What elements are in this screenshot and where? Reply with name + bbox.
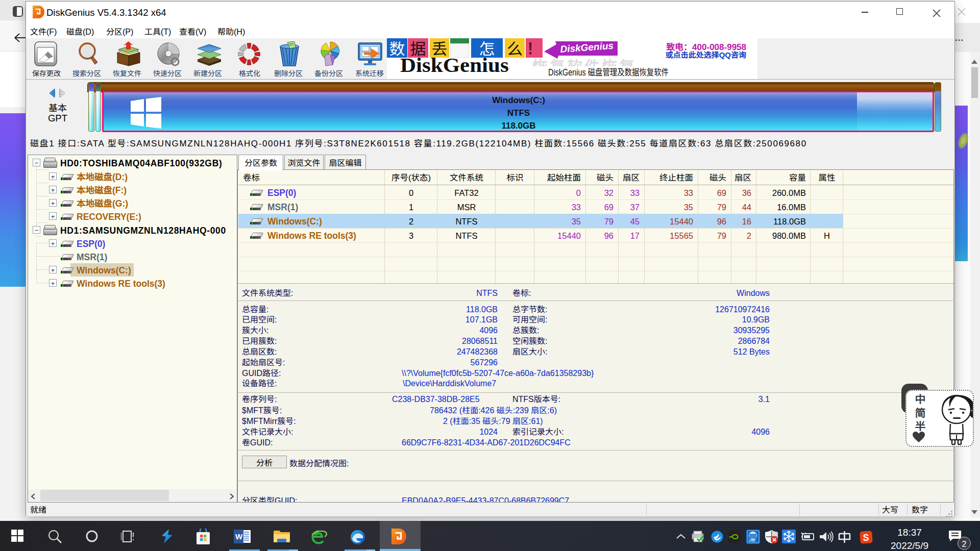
svg-text:intel: intel bbox=[749, 539, 755, 542]
svg-text:W: W bbox=[235, 532, 243, 541]
svg-text:S: S bbox=[863, 533, 869, 543]
